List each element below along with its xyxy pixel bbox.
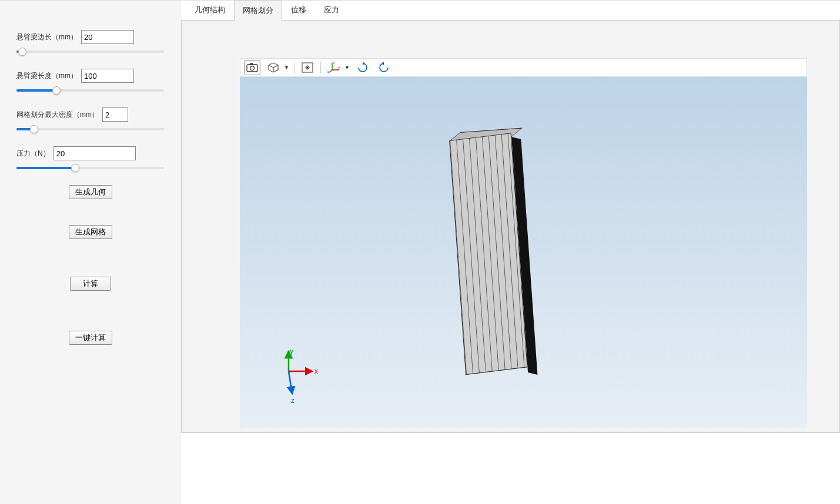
sidebar: 悬臂梁边长（mm） 悬臂梁长度（mm） 网格划分最大密度（mm） 压力 <box>0 1 181 504</box>
axis-x-label: x <box>314 367 318 375</box>
input-mesh[interactable] <box>102 107 128 122</box>
gen-geometry-button[interactable]: 生成几何 <box>69 185 112 199</box>
param-mesh: 网格划分最大密度（mm） <box>16 107 164 122</box>
cube-icon[interactable] <box>265 60 282 75</box>
viewport-toolbar: ▼ zyx ▼ <box>240 58 807 77</box>
tab-bar: 几何结构 网格划分 位移 应力 <box>181 1 840 21</box>
svg-text:y: y <box>338 66 340 69</box>
app-root: 悬臂梁边长（mm） 悬臂梁长度（mm） 网格划分最大密度（mm） 压力 <box>0 0 840 504</box>
svg-rect-2 <box>250 63 253 65</box>
fit-icon[interactable] <box>299 60 316 75</box>
slider-thumb[interactable] <box>52 86 61 95</box>
tab-geometry[interactable]: 几何结构 <box>186 0 234 20</box>
rotate-cw-icon[interactable] <box>354 60 371 75</box>
label-mesh: 网格划分最大密度（mm） <box>16 110 99 120</box>
svg-text:x: x <box>327 70 329 73</box>
viewport: ▼ zyx ▼ <box>181 21 840 433</box>
param-length: 悬臂梁长度（mm） <box>16 69 164 83</box>
tab-displacement[interactable]: 位移 <box>282 0 315 20</box>
svg-text:z: z <box>333 62 334 65</box>
tab-stress[interactable]: 应力 <box>315 0 348 20</box>
tab-mesh[interactable]: 网格划分 <box>234 0 282 21</box>
slider-thumb[interactable] <box>30 125 38 133</box>
slider-edge[interactable] <box>16 48 164 56</box>
camera-icon[interactable] <box>244 60 260 75</box>
slider-mesh[interactable] <box>16 125 164 133</box>
gen-mesh-button[interactable]: 生成网格 <box>69 225 112 239</box>
mesh-model <box>449 133 548 377</box>
input-length[interactable] <box>81 69 134 83</box>
rotate-ccw-icon[interactable] <box>376 60 392 75</box>
axis-z-label: z <box>291 397 294 405</box>
input-edge[interactable] <box>81 30 134 44</box>
param-edge: 悬臂梁边长（mm） <box>16 30 164 44</box>
axes-icon[interactable]: zyx <box>326 60 342 75</box>
slider-thumb[interactable] <box>71 164 79 172</box>
input-force[interactable] <box>53 146 136 160</box>
label-edge: 悬臂梁边长（mm） <box>16 32 78 42</box>
label-force: 压力（N） <box>16 149 50 159</box>
render-canvas[interactable]: y x z <box>240 77 807 428</box>
param-force: 压力（N） <box>16 146 164 160</box>
chevron-down-icon[interactable]: ▼ <box>284 65 289 70</box>
svg-rect-0 <box>247 65 257 72</box>
label-length: 悬臂梁长度（mm） <box>16 71 78 81</box>
svg-line-12 <box>289 371 292 394</box>
axis-gizmo: y x z <box>272 348 325 406</box>
slider-length[interactable] <box>16 86 164 95</box>
axis-y-label: y <box>290 348 293 355</box>
svg-point-1 <box>250 66 255 70</box>
chevron-down-icon[interactable]: ▼ <box>344 65 350 70</box>
slider-force[interactable] <box>16 164 164 172</box>
main-panel: 几何结构 网格划分 位移 应力 ▼ zyx <box>181 1 840 504</box>
one-click-button[interactable]: 一键计算 <box>69 331 112 345</box>
slider-thumb[interactable] <box>18 48 26 56</box>
compute-button[interactable]: 计算 <box>70 277 111 291</box>
